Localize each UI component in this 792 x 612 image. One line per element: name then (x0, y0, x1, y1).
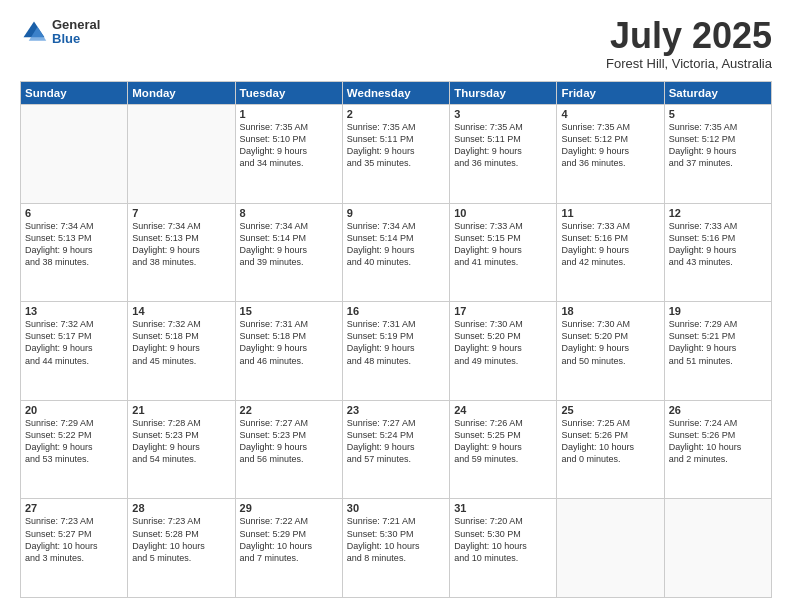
day-info: Sunrise: 7:31 AM Sunset: 5:18 PM Dayligh… (240, 318, 338, 367)
day-info: Sunrise: 7:26 AM Sunset: 5:25 PM Dayligh… (454, 417, 552, 466)
table-row (128, 105, 235, 204)
table-row: 4Sunrise: 7:35 AM Sunset: 5:12 PM Daylig… (557, 105, 664, 204)
day-number: 7 (132, 207, 230, 219)
table-row: 25Sunrise: 7:25 AM Sunset: 5:26 PM Dayli… (557, 400, 664, 499)
col-sunday: Sunday (21, 82, 128, 105)
day-info: Sunrise: 7:34 AM Sunset: 5:13 PM Dayligh… (25, 220, 123, 269)
logo-text: General Blue (52, 18, 100, 47)
day-number: 6 (25, 207, 123, 219)
table-row: 27Sunrise: 7:23 AM Sunset: 5:27 PM Dayli… (21, 499, 128, 598)
day-info: Sunrise: 7:23 AM Sunset: 5:27 PM Dayligh… (25, 515, 123, 564)
title-block: July 2025 Forest Hill, Victoria, Austral… (606, 18, 772, 71)
day-info: Sunrise: 7:27 AM Sunset: 5:24 PM Dayligh… (347, 417, 445, 466)
col-monday: Monday (128, 82, 235, 105)
col-friday: Friday (557, 82, 664, 105)
table-row: 11Sunrise: 7:33 AM Sunset: 5:16 PM Dayli… (557, 203, 664, 302)
day-number: 4 (561, 108, 659, 120)
day-number: 10 (454, 207, 552, 219)
day-number: 2 (347, 108, 445, 120)
table-row: 12Sunrise: 7:33 AM Sunset: 5:16 PM Dayli… (664, 203, 771, 302)
day-number: 18 (561, 305, 659, 317)
col-thursday: Thursday (450, 82, 557, 105)
day-info: Sunrise: 7:20 AM Sunset: 5:30 PM Dayligh… (454, 515, 552, 564)
day-info: Sunrise: 7:34 AM Sunset: 5:14 PM Dayligh… (347, 220, 445, 269)
table-row: 24Sunrise: 7:26 AM Sunset: 5:25 PM Dayli… (450, 400, 557, 499)
table-row: 26Sunrise: 7:24 AM Sunset: 5:26 PM Dayli… (664, 400, 771, 499)
logo-general-label: General (52, 18, 100, 32)
table-row: 16Sunrise: 7:31 AM Sunset: 5:19 PM Dayli… (342, 302, 449, 401)
day-info: Sunrise: 7:32 AM Sunset: 5:17 PM Dayligh… (25, 318, 123, 367)
day-info: Sunrise: 7:21 AM Sunset: 5:30 PM Dayligh… (347, 515, 445, 564)
day-info: Sunrise: 7:35 AM Sunset: 5:10 PM Dayligh… (240, 121, 338, 170)
day-info: Sunrise: 7:25 AM Sunset: 5:26 PM Dayligh… (561, 417, 659, 466)
table-row: 9Sunrise: 7:34 AM Sunset: 5:14 PM Daylig… (342, 203, 449, 302)
col-tuesday: Tuesday (235, 82, 342, 105)
day-info: Sunrise: 7:35 AM Sunset: 5:12 PM Dayligh… (669, 121, 767, 170)
day-info: Sunrise: 7:23 AM Sunset: 5:28 PM Dayligh… (132, 515, 230, 564)
day-number: 12 (669, 207, 767, 219)
day-number: 27 (25, 502, 123, 514)
day-number: 28 (132, 502, 230, 514)
table-row: 7Sunrise: 7:34 AM Sunset: 5:13 PM Daylig… (128, 203, 235, 302)
table-row: 28Sunrise: 7:23 AM Sunset: 5:28 PM Dayli… (128, 499, 235, 598)
day-info: Sunrise: 7:22 AM Sunset: 5:29 PM Dayligh… (240, 515, 338, 564)
month-title: July 2025 (606, 18, 772, 54)
col-wednesday: Wednesday (342, 82, 449, 105)
day-info: Sunrise: 7:35 AM Sunset: 5:11 PM Dayligh… (454, 121, 552, 170)
table-row: 29Sunrise: 7:22 AM Sunset: 5:29 PM Dayli… (235, 499, 342, 598)
page: General Blue July 2025 Forest Hill, Vict… (0, 0, 792, 612)
calendar-week-row: 1Sunrise: 7:35 AM Sunset: 5:10 PM Daylig… (21, 105, 772, 204)
day-number: 13 (25, 305, 123, 317)
table-row: 18Sunrise: 7:30 AM Sunset: 5:20 PM Dayli… (557, 302, 664, 401)
table-row: 30Sunrise: 7:21 AM Sunset: 5:30 PM Dayli… (342, 499, 449, 598)
table-row: 14Sunrise: 7:32 AM Sunset: 5:18 PM Dayli… (128, 302, 235, 401)
day-number: 19 (669, 305, 767, 317)
table-row: 23Sunrise: 7:27 AM Sunset: 5:24 PM Dayli… (342, 400, 449, 499)
calendar-week-row: 13Sunrise: 7:32 AM Sunset: 5:17 PM Dayli… (21, 302, 772, 401)
table-row: 6Sunrise: 7:34 AM Sunset: 5:13 PM Daylig… (21, 203, 128, 302)
table-row: 3Sunrise: 7:35 AM Sunset: 5:11 PM Daylig… (450, 105, 557, 204)
table-row: 22Sunrise: 7:27 AM Sunset: 5:23 PM Dayli… (235, 400, 342, 499)
calendar-week-row: 20Sunrise: 7:29 AM Sunset: 5:22 PM Dayli… (21, 400, 772, 499)
header: General Blue July 2025 Forest Hill, Vict… (20, 18, 772, 71)
day-number: 26 (669, 404, 767, 416)
day-info: Sunrise: 7:31 AM Sunset: 5:19 PM Dayligh… (347, 318, 445, 367)
table-row: 21Sunrise: 7:28 AM Sunset: 5:23 PM Dayli… (128, 400, 235, 499)
table-row: 31Sunrise: 7:20 AM Sunset: 5:30 PM Dayli… (450, 499, 557, 598)
logo-blue-label: Blue (52, 32, 100, 46)
location: Forest Hill, Victoria, Australia (606, 56, 772, 71)
day-info: Sunrise: 7:35 AM Sunset: 5:12 PM Dayligh… (561, 121, 659, 170)
day-info: Sunrise: 7:30 AM Sunset: 5:20 PM Dayligh… (561, 318, 659, 367)
table-row (557, 499, 664, 598)
day-number: 3 (454, 108, 552, 120)
day-number: 30 (347, 502, 445, 514)
day-number: 9 (347, 207, 445, 219)
day-number: 1 (240, 108, 338, 120)
table-row: 8Sunrise: 7:34 AM Sunset: 5:14 PM Daylig… (235, 203, 342, 302)
calendar-week-row: 27Sunrise: 7:23 AM Sunset: 5:27 PM Dayli… (21, 499, 772, 598)
day-info: Sunrise: 7:34 AM Sunset: 5:14 PM Dayligh… (240, 220, 338, 269)
day-info: Sunrise: 7:33 AM Sunset: 5:16 PM Dayligh… (561, 220, 659, 269)
calendar-header-row: Sunday Monday Tuesday Wednesday Thursday… (21, 82, 772, 105)
day-info: Sunrise: 7:33 AM Sunset: 5:16 PM Dayligh… (669, 220, 767, 269)
day-info: Sunrise: 7:33 AM Sunset: 5:15 PM Dayligh… (454, 220, 552, 269)
table-row (21, 105, 128, 204)
day-number: 8 (240, 207, 338, 219)
day-number: 22 (240, 404, 338, 416)
table-row (664, 499, 771, 598)
day-info: Sunrise: 7:35 AM Sunset: 5:11 PM Dayligh… (347, 121, 445, 170)
day-number: 23 (347, 404, 445, 416)
table-row: 10Sunrise: 7:33 AM Sunset: 5:15 PM Dayli… (450, 203, 557, 302)
calendar-table: Sunday Monday Tuesday Wednesday Thursday… (20, 81, 772, 598)
table-row: 2Sunrise: 7:35 AM Sunset: 5:11 PM Daylig… (342, 105, 449, 204)
table-row: 17Sunrise: 7:30 AM Sunset: 5:20 PM Dayli… (450, 302, 557, 401)
day-info: Sunrise: 7:28 AM Sunset: 5:23 PM Dayligh… (132, 417, 230, 466)
table-row: 1Sunrise: 7:35 AM Sunset: 5:10 PM Daylig… (235, 105, 342, 204)
day-number: 24 (454, 404, 552, 416)
day-number: 25 (561, 404, 659, 416)
day-number: 21 (132, 404, 230, 416)
table-row: 20Sunrise: 7:29 AM Sunset: 5:22 PM Dayli… (21, 400, 128, 499)
logo-icon (20, 18, 48, 46)
day-number: 29 (240, 502, 338, 514)
day-number: 11 (561, 207, 659, 219)
